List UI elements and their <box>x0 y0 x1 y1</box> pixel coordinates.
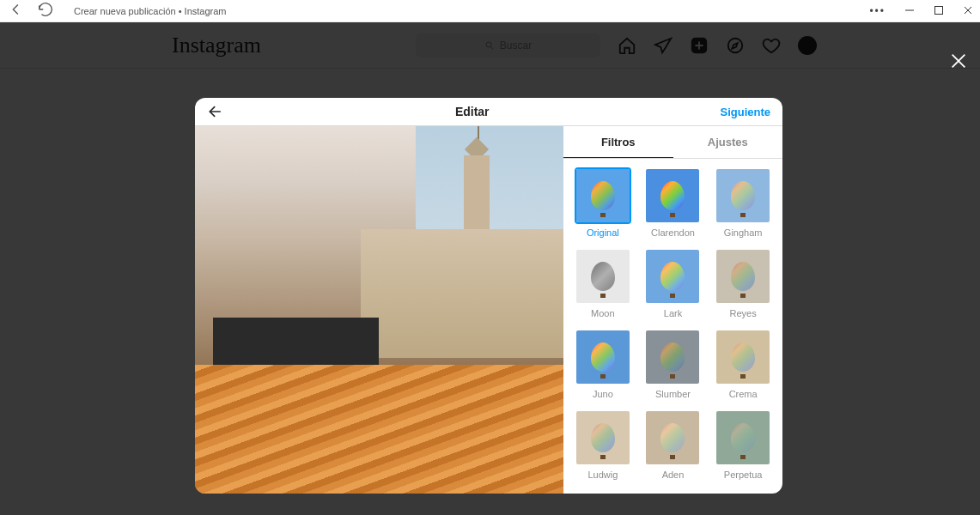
browser-tab-title: Crear nueva publicación • Instagram <box>74 6 227 16</box>
edit-modal: Editar Siguiente Filtros Ajustes Origina… <box>195 98 782 494</box>
tab-filters[interactable]: Filtros <box>563 126 673 158</box>
filter-label: Ludwig <box>587 470 618 480</box>
filter-lark[interactable]: Lark <box>642 250 704 318</box>
filter-label: Juno <box>593 389 613 399</box>
filter-label: Clarendon <box>651 227 695 238</box>
filter-label: Slumber <box>655 389 691 399</box>
next-button[interactable]: Siguiente <box>720 106 770 118</box>
filter-label: Gingham <box>724 227 763 238</box>
filter-perpetua[interactable]: Perpetua <box>712 411 774 480</box>
browser-titlebar: Crear nueva publicación • Instagram ••• <box>0 0 980 22</box>
filter-juno[interactable]: Juno <box>572 330 634 399</box>
filter-moon[interactable]: Moon <box>572 250 634 318</box>
window-close-icon[interactable] <box>963 4 973 18</box>
filter-label: Perpetua <box>724 470 763 480</box>
more-icon[interactable]: ••• <box>869 5 886 17</box>
filter-label: Moon <box>591 308 615 318</box>
filter-ludwig[interactable]: Ludwig <box>572 411 634 480</box>
filter-label: Reyes <box>730 308 757 318</box>
filter-label: Original <box>587 227 619 238</box>
nav-back-icon[interactable] <box>7 0 26 22</box>
filter-reyes[interactable]: Reyes <box>712 250 774 318</box>
filter-crema[interactable]: Crema <box>712 330 774 399</box>
filter-gingham[interactable]: Gingham <box>712 169 774 238</box>
photo-preview[interactable] <box>195 126 563 494</box>
minimize-icon[interactable] <box>904 4 915 18</box>
back-icon[interactable] <box>207 103 224 120</box>
modal-title: Editar <box>224 105 720 118</box>
filter-label: Aden <box>662 470 685 480</box>
nav-refresh-icon[interactable] <box>36 0 55 22</box>
filter-slumber[interactable]: Slumber <box>642 330 704 399</box>
maximize-icon[interactable] <box>934 4 944 18</box>
close-modal-icon[interactable] <box>949 52 968 76</box>
filters-list[interactable]: OriginalClarendonGinghamMoonLarkReyesJun… <box>563 159 782 494</box>
filter-original[interactable]: Original <box>572 169 634 238</box>
filter-label: Lark <box>664 308 682 318</box>
filter-aden[interactable]: Aden <box>642 411 704 480</box>
svg-rect-0 <box>935 6 943 14</box>
filter-label: Crema <box>729 389 758 399</box>
tab-adjust[interactable]: Ajustes <box>673 126 783 158</box>
filter-clarendon[interactable]: Clarendon <box>642 169 704 238</box>
